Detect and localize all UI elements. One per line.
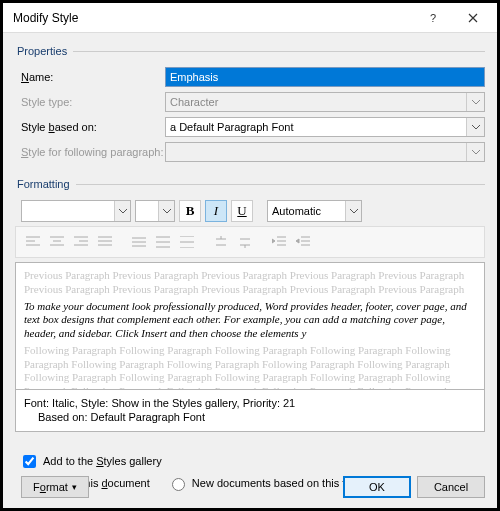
chevron-down-icon	[466, 143, 484, 161]
dialog-title: Modify Style	[13, 11, 413, 25]
underline-button[interactable]: U	[231, 200, 253, 222]
formatting-group: Formatting B I U Automatic	[15, 178, 485, 436]
italic-button[interactable]: I	[205, 200, 227, 222]
indent-inc-button[interactable]	[292, 231, 314, 253]
format-menu-button[interactable]: Format▾	[21, 476, 89, 498]
chevron-down-icon[interactable]	[158, 201, 174, 221]
spacing-1-button[interactable]	[128, 231, 150, 253]
indent-dec-button[interactable]	[268, 231, 290, 253]
align-left-button[interactable]	[22, 231, 44, 253]
close-button[interactable]	[453, 5, 493, 31]
preview-pane: Previous Paragraph Previous Paragraph Pr…	[15, 262, 485, 390]
properties-group: Properties Name: Style type: Character S…	[15, 45, 485, 170]
preview-sample-text: To make your document look professionall…	[24, 300, 476, 341]
following-label: Style for following paragraph:	[15, 146, 165, 158]
spacing-2-button[interactable]	[176, 231, 198, 253]
font-name-combo[interactable]	[21, 200, 131, 222]
font-color-combo[interactable]: Automatic	[267, 200, 362, 222]
align-center-button[interactable]	[46, 231, 68, 253]
spacing-1-5-button[interactable]	[152, 231, 174, 253]
cancel-button[interactable]: Cancel	[417, 476, 485, 498]
style-description: Font: Italic, Style: Show in the Styles …	[15, 390, 485, 432]
preview-ghost-above: Previous Paragraph Previous Paragraph Pr…	[24, 269, 476, 297]
based-on-label: Style based on:	[15, 121, 165, 133]
style-type-label: Style type:	[15, 96, 165, 108]
name-label: Name:	[15, 71, 165, 83]
font-size-combo[interactable]	[135, 200, 175, 222]
ok-button[interactable]: OK	[343, 476, 411, 498]
bold-button[interactable]: B	[179, 200, 201, 222]
space-before-dec-button[interactable]	[234, 231, 256, 253]
chevron-down-icon[interactable]	[466, 118, 484, 136]
desc-line-1: Font: Italic, Style: Show in the Styles …	[24, 396, 476, 410]
based-on-combo[interactable]: a Default Paragraph Font	[165, 117, 485, 137]
modify-style-dialog: Modify Style ? Properties Name: Style ty…	[0, 0, 500, 511]
chevron-down-icon	[466, 93, 484, 111]
name-input[interactable]	[165, 67, 485, 87]
help-button[interactable]: ?	[413, 5, 453, 31]
add-to-gallery-checkbox[interactable]: Add to the Styles gallery	[19, 452, 162, 471]
paragraph-toolbar	[15, 226, 485, 258]
titlebar: Modify Style ?	[3, 3, 497, 33]
close-icon	[468, 13, 478, 23]
desc-line-2: Based on: Default Paragraph Font	[24, 410, 476, 424]
following-combo	[165, 142, 485, 162]
align-right-button[interactable]	[70, 231, 92, 253]
align-justify-button[interactable]	[94, 231, 116, 253]
space-before-inc-button[interactable]	[210, 231, 232, 253]
style-type-combo: Character	[165, 92, 485, 112]
chevron-down-icon[interactable]	[114, 201, 130, 221]
formatting-legend: Formatting	[15, 178, 76, 190]
chevron-down-icon[interactable]	[345, 201, 361, 221]
properties-legend: Properties	[15, 45, 73, 57]
preview-ghost-below: Following Paragraph Following Paragraph …	[24, 344, 476, 390]
